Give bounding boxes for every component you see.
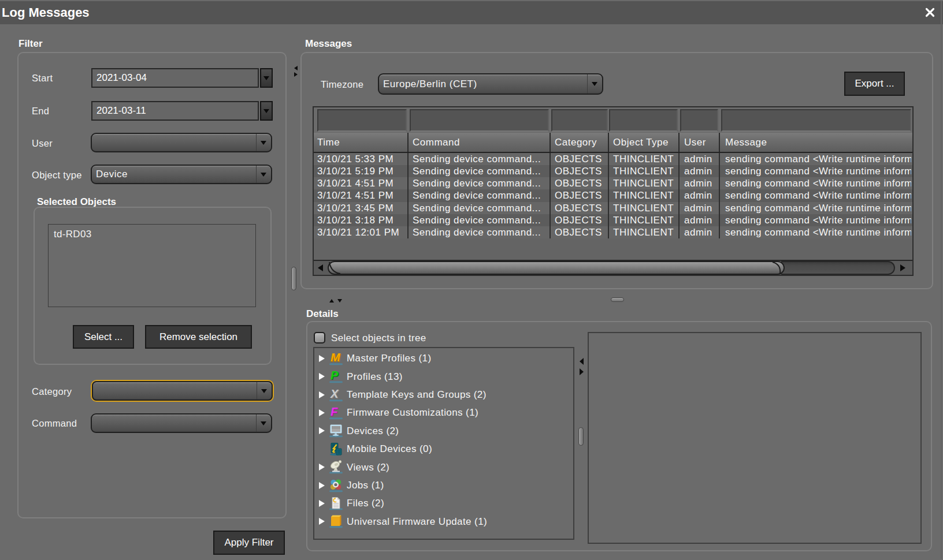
svg-text:F: F [331,406,338,418]
svg-text:P: P [331,369,339,382]
svg-text:X: X [330,388,339,400]
svg-text:M: M [331,352,341,364]
